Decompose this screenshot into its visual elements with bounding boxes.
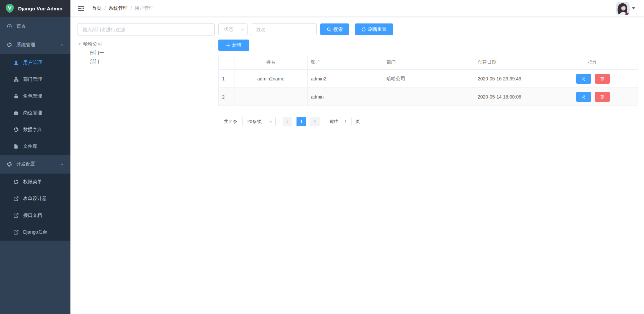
app-logo[interactable]: Django Vue Admin — [0, 0, 70, 17]
component-icon — [13, 179, 19, 185]
edit-button[interactable] — [576, 74, 591, 84]
breadcrumb-separator: / — [104, 6, 106, 11]
table-actions: 新增 — [218, 40, 644, 51]
external-link-icon — [13, 213, 19, 218]
prev-page-button[interactable] — [283, 117, 292, 126]
cell-actions — [548, 88, 638, 106]
sidebar-item-roles[interactable]: 角色管理 — [0, 88, 70, 105]
trash-icon — [600, 95, 604, 99]
pagination-total: 共 2 条 — [224, 119, 237, 125]
tree-node-label: 哈哈公司 — [83, 41, 102, 47]
table-row: 1 admin2name admin2 哈哈公司 2020-05-16 23:3… — [219, 70, 638, 88]
sidebar-group-label: 系统管理 — [16, 42, 35, 48]
sidebar-item-permission-menu[interactable]: 权限菜单 — [0, 174, 70, 190]
user-menu[interactable] — [616, 2, 639, 15]
add-button-label: 新增 — [232, 42, 241, 48]
breadcrumb-item-home[interactable]: 首页 — [92, 5, 101, 11]
sidebar-item-departments[interactable]: 部门管理 — [0, 71, 70, 88]
status-select-placeholder: 状态 — [224, 26, 233, 33]
sidebar-item-form-designer[interactable]: 表单设计器 — [0, 190, 70, 207]
sidebar-item-label: 用户管理 — [23, 60, 42, 66]
component-icon — [7, 42, 12, 48]
sidebar-item-home[interactable]: 首页 — [0, 17, 70, 36]
edit-button[interactable] — [576, 92, 591, 102]
file-icon — [13, 144, 19, 149]
tree-node-label: 部门一 — [90, 50, 104, 56]
chevron-left-icon — [286, 120, 289, 123]
table-header-row: 姓名 账户 部门 创建日期 操作 — [219, 55, 638, 70]
chevron-up-icon — [60, 163, 64, 166]
sidebar-item-positions[interactable]: 岗位管理 — [0, 105, 70, 121]
tree-node-child[interactable]: 部门一 — [77, 49, 215, 57]
breadcrumb: 首页 / 系统管理 / 用户管理 — [92, 5, 154, 11]
submenu-system: 用户管理 部门管理 角色管理 岗位管理 — [0, 54, 70, 155]
tree-node-root[interactable]: 哈哈公司 — [77, 40, 215, 49]
refresh-reset-button[interactable]: 刷新重置 — [355, 23, 393, 35]
next-page-button[interactable] — [310, 117, 320, 126]
delete-button[interactable] — [595, 74, 610, 84]
goto-label: 前往 — [329, 119, 338, 125]
edit-icon — [581, 95, 586, 99]
caret-down-icon — [632, 7, 635, 9]
sidebar-item-api-docs[interactable]: 接口文档 — [0, 207, 70, 224]
sidebar: Django Vue Admin 首页 系统管理 用户管理 — [0, 0, 70, 314]
filter-toolbar: 状态 搜索 刷新重置 — [218, 23, 644, 35]
delete-button[interactable] — [595, 92, 610, 102]
reset-button-label: 刷新重置 — [368, 26, 387, 33]
plus-icon — [226, 43, 230, 47]
department-panel: 哈哈公司 部门一 部门二 — [77, 23, 215, 314]
goto-page-input[interactable] — [340, 117, 352, 126]
cell-department: 哈哈公司 — [383, 70, 474, 88]
sidebar-group-dev-config[interactable]: 开发配置 — [0, 155, 70, 174]
hamburger-icon — [78, 6, 85, 11]
sidebar-item-file-library[interactable]: 文件库 — [0, 138, 70, 155]
sidebar-item-label: Django后台 — [23, 229, 47, 235]
sidebar-collapse-button[interactable] — [75, 4, 87, 13]
search-button[interactable]: 搜索 — [320, 23, 349, 35]
search-button-label: 搜索 — [333, 26, 343, 33]
col-name: 姓名 — [234, 55, 308, 70]
breadcrumb-separator: / — [130, 6, 132, 11]
trash-icon — [600, 76, 604, 81]
sidebar-item-label: 表单设计器 — [23, 196, 47, 202]
department-tree: 哈哈公司 部门一 部门二 — [77, 40, 215, 66]
tree-node-child[interactable]: 部门二 — [77, 57, 215, 66]
chevron-down-icon — [269, 120, 273, 124]
sidebar-item-label: 角色管理 — [23, 93, 42, 99]
sidebar-item-users[interactable]: 用户管理 — [0, 54, 70, 71]
submenu-dev-config: 权限菜单 表单设计器 接口文档 Django后台 — [0, 174, 70, 241]
sidebar-group-system[interactable]: 系统管理 — [0, 36, 70, 54]
department-filter-input[interactable] — [77, 23, 215, 36]
table-row: 2 admin 2020-05-14 18:00:08 — [219, 88, 638, 106]
page-unit-label: 页 — [356, 119, 360, 125]
app-title: Django Vue Admin — [18, 6, 62, 11]
page-number-button[interactable]: 1 — [297, 117, 306, 126]
cell-name: admin2name — [234, 70, 308, 88]
search-icon — [327, 27, 331, 32]
cell-department — [383, 88, 474, 106]
briefcase-icon — [13, 110, 19, 116]
add-user-button[interactable]: 新增 — [218, 40, 249, 51]
cell-account: admin — [308, 88, 383, 106]
sidebar-item-django-backend[interactable]: Django后台 — [0, 224, 70, 241]
avatar — [616, 2, 630, 15]
sidebar-menu: 首页 系统管理 用户管理 部门管理 — [0, 17, 70, 241]
col-department: 部门 — [383, 55, 474, 70]
chevron-up-icon — [60, 43, 64, 47]
sidebar-item-data-dictionary[interactable]: 数据字典 — [0, 121, 70, 138]
page-size-select[interactable]: 20条/页 — [242, 117, 276, 126]
sidebar-item-label: 岗位管理 — [23, 110, 42, 116]
name-filter-input[interactable] — [251, 23, 317, 35]
cell-actions — [548, 70, 638, 88]
breadcrumb-item-system[interactable]: 系统管理 — [109, 5, 127, 11]
page-content: 哈哈公司 部门一 部门二 状态 — [70, 17, 644, 314]
cell-name — [234, 88, 308, 106]
user-icon — [13, 60, 19, 65]
col-actions: 操作 — [548, 55, 638, 70]
edit-icon — [581, 76, 586, 81]
chevron-down-icon — [240, 27, 245, 32]
org-tree-icon — [13, 77, 19, 82]
status-select[interactable]: 状态 — [218, 23, 248, 35]
pagination: 共 2 条 20条/页 1 前 — [224, 117, 644, 126]
cell-created-date: 2020-05-14 18:00:08 — [474, 88, 548, 106]
